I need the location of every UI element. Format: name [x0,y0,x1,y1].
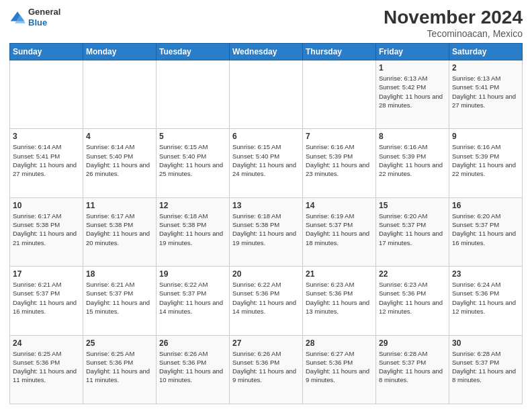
cell-date: 23 [452,269,519,279]
calendar-cell: 13Sunrise: 6:18 AM Sunset: 5:38 PM Dayli… [230,197,303,266]
cell-date: 26 [159,338,226,348]
calendar-cell: 29Sunrise: 6:28 AM Sunset: 5:37 PM Dayli… [376,335,449,404]
month-title: November 2024 [384,7,523,28]
logo-icon [9,9,26,26]
cell-date: 21 [306,269,373,279]
calendar-cell: 9Sunrise: 6:16 AM Sunset: 5:39 PM Daylig… [449,129,523,197]
cell-info: Sunrise: 6:26 AM Sunset: 5:36 PM Dayligh… [159,349,226,385]
cell-date: 27 [232,338,300,348]
cell-date: 3 [13,132,80,141]
cell-date: 10 [13,201,80,210]
calendar-cell: 30Sunrise: 6:28 AM Sunset: 5:37 PM Dayli… [449,335,523,404]
calendar-cell: 15Sunrise: 6:20 AM Sunset: 5:37 PM Dayli… [376,197,449,266]
calendar-cell: 20Sunrise: 6:22 AM Sunset: 5:36 PM Dayli… [230,267,303,335]
logo: General Blue [9,7,60,28]
location: Tecominoacan, Mexico [384,28,523,39]
calendar-cell [83,60,157,129]
cell-date: 13 [232,201,300,210]
calendar-week-2: 3Sunrise: 6:14 AM Sunset: 5:41 PM Daylig… [10,129,523,197]
calendar-cell: 28Sunrise: 6:27 AM Sunset: 5:36 PM Dayli… [303,335,376,404]
cell-info: Sunrise: 6:28 AM Sunset: 5:37 PM Dayligh… [452,349,519,385]
calendar-cell: 22Sunrise: 6:23 AM Sunset: 5:36 PM Dayli… [376,267,449,335]
cell-date: 7 [306,132,373,141]
cell-date: 29 [379,338,446,348]
cell-date: 1 [379,63,446,73]
calendar-cell [230,60,303,129]
calendar-cell: 3Sunrise: 6:14 AM Sunset: 5:41 PM Daylig… [10,129,83,197]
calendar-week-1: 1Sunrise: 6:13 AM Sunset: 5:42 PM Daylig… [10,60,523,129]
calendar-table: SundayMondayTuesdayWednesdayThursdayFrid… [9,43,523,404]
cell-info: Sunrise: 6:26 AM Sunset: 5:36 PM Dayligh… [232,349,300,385]
cell-info: Sunrise: 6:23 AM Sunset: 5:36 PM Dayligh… [379,280,446,316]
cell-date: 24 [13,338,80,348]
cell-info: Sunrise: 6:17 AM Sunset: 5:38 PM Dayligh… [13,212,80,247]
cell-info: Sunrise: 6:14 AM Sunset: 5:41 PM Dayligh… [13,142,80,178]
calendar-cell: 5Sunrise: 6:15 AM Sunset: 5:40 PM Daylig… [157,129,230,197]
calendar-cell: 21Sunrise: 6:23 AM Sunset: 5:36 PM Dayli… [303,267,376,335]
cell-date: 15 [379,201,446,210]
cell-date: 6 [232,132,300,141]
calendar-week-3: 10Sunrise: 6:17 AM Sunset: 5:38 PM Dayli… [10,197,523,266]
weekday-header-friday: Friday [376,44,449,60]
calendar-body: 1Sunrise: 6:13 AM Sunset: 5:42 PM Daylig… [10,60,523,404]
calendar-cell: 18Sunrise: 6:21 AM Sunset: 5:37 PM Dayli… [83,267,157,335]
calendar-cell: 1Sunrise: 6:13 AM Sunset: 5:42 PM Daylig… [376,60,449,129]
calendar-cell: 6Sunrise: 6:15 AM Sunset: 5:40 PM Daylig… [230,129,303,197]
cell-info: Sunrise: 6:16 AM Sunset: 5:39 PM Dayligh… [379,142,446,178]
cell-date: 4 [86,132,153,141]
cell-info: Sunrise: 6:13 AM Sunset: 5:42 PM Dayligh… [379,74,446,109]
logo-blue: Blue [28,17,47,28]
cell-info: Sunrise: 6:15 AM Sunset: 5:40 PM Dayligh… [159,142,226,178]
calendar-cell: 10Sunrise: 6:17 AM Sunset: 5:38 PM Dayli… [10,197,83,266]
cell-info: Sunrise: 6:16 AM Sunset: 5:39 PM Dayligh… [452,142,519,178]
logo-general: General [28,7,60,17]
cell-info: Sunrise: 6:22 AM Sunset: 5:36 PM Dayligh… [232,280,300,316]
cell-date: 12 [159,201,226,210]
cell-date: 30 [452,338,519,348]
header: General Blue November 2024 Tecominoacan,… [9,7,523,39]
cell-info: Sunrise: 6:13 AM Sunset: 5:41 PM Dayligh… [452,74,519,109]
cell-date: 25 [86,338,153,348]
calendar-header: SundayMondayTuesdayWednesdayThursdayFrid… [10,44,523,60]
calendar-cell: 26Sunrise: 6:26 AM Sunset: 5:36 PM Dayli… [157,335,230,404]
cell-info: Sunrise: 6:25 AM Sunset: 5:36 PM Dayligh… [86,349,153,385]
cell-info: Sunrise: 6:20 AM Sunset: 5:37 PM Dayligh… [379,212,446,247]
calendar-cell [10,60,83,129]
cell-date: 16 [452,201,519,210]
calendar-cell: 4Sunrise: 6:14 AM Sunset: 5:40 PM Daylig… [83,129,157,197]
calendar-cell: 16Sunrise: 6:20 AM Sunset: 5:37 PM Dayli… [449,197,523,266]
calendar-cell: 23Sunrise: 6:24 AM Sunset: 5:36 PM Dayli… [449,267,523,335]
cell-date: 8 [379,132,446,141]
cell-date: 28 [306,338,373,348]
weekday-header-tuesday: Tuesday [157,44,230,60]
cell-date: 20 [232,269,300,279]
cell-info: Sunrise: 6:17 AM Sunset: 5:38 PM Dayligh… [86,212,153,247]
calendar-cell [303,60,376,129]
title-area: November 2024 Tecominoacan, Mexico [384,7,523,39]
calendar-cell: 27Sunrise: 6:26 AM Sunset: 5:36 PM Dayli… [230,335,303,404]
cell-date: 18 [86,269,153,279]
calendar-cell: 12Sunrise: 6:18 AM Sunset: 5:38 PM Dayli… [157,197,230,266]
cell-date: 5 [159,132,226,141]
weekday-header-row: SundayMondayTuesdayWednesdayThursdayFrid… [10,44,523,60]
cell-info: Sunrise: 6:27 AM Sunset: 5:36 PM Dayligh… [306,349,373,385]
weekday-header-sunday: Sunday [10,44,83,60]
cell-info: Sunrise: 6:25 AM Sunset: 5:36 PM Dayligh… [13,349,80,385]
cell-info: Sunrise: 6:18 AM Sunset: 5:38 PM Dayligh… [159,212,226,247]
cell-date: 14 [306,201,373,210]
cell-info: Sunrise: 6:19 AM Sunset: 5:37 PM Dayligh… [306,212,373,247]
cell-date: 2 [452,63,519,73]
cell-date: 9 [452,132,519,141]
cell-info: Sunrise: 6:28 AM Sunset: 5:37 PM Dayligh… [379,349,446,385]
cell-info: Sunrise: 6:18 AM Sunset: 5:38 PM Dayligh… [232,212,300,247]
cell-info: Sunrise: 6:21 AM Sunset: 5:37 PM Dayligh… [86,280,153,316]
weekday-header-monday: Monday [83,44,157,60]
calendar-cell: 19Sunrise: 6:22 AM Sunset: 5:37 PM Dayli… [157,267,230,335]
cell-date: 17 [13,269,80,279]
calendar-cell: 14Sunrise: 6:19 AM Sunset: 5:37 PM Dayli… [303,197,376,266]
calendar-cell: 7Sunrise: 6:16 AM Sunset: 5:39 PM Daylig… [303,129,376,197]
calendar-week-4: 17Sunrise: 6:21 AM Sunset: 5:37 PM Dayli… [10,267,523,335]
calendar-cell: 17Sunrise: 6:21 AM Sunset: 5:37 PM Dayli… [10,267,83,335]
calendar-cell [157,60,230,129]
cell-date: 19 [159,269,226,279]
